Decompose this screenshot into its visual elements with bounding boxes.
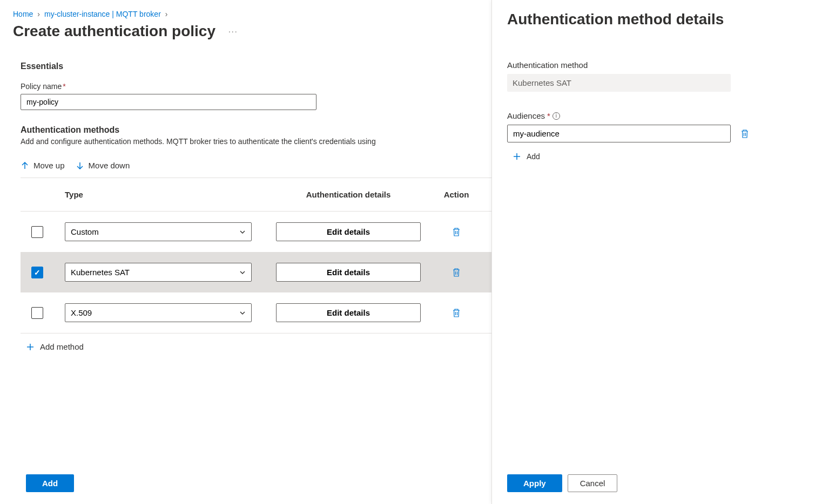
table-row: Kubernetes SAT Edit details [21, 252, 491, 292]
add-audience-button[interactable]: Add [513, 152, 807, 161]
required-indicator: * [63, 82, 65, 91]
auth-methods-heading: Authentication methods [21, 125, 491, 135]
page-title: Create authentication policy [13, 23, 215, 40]
apply-button[interactable]: Apply [507, 474, 562, 492]
column-header-action: Action [432, 190, 481, 199]
delete-row-button[interactable] [432, 225, 481, 239]
table-row: Custom Edit details [21, 212, 491, 252]
policy-name-input[interactable] [21, 94, 316, 110]
audiences-label: Audiences [507, 111, 545, 120]
more-actions-button[interactable]: ··· [224, 25, 242, 38]
delete-row-button[interactable] [432, 306, 481, 320]
add-method-label: Add method [40, 342, 84, 351]
auth-type-select[interactable]: Kubernetes SAT [65, 263, 252, 282]
arrow-up-icon [21, 161, 29, 170]
auth-method-value: Kubernetes SAT [507, 74, 731, 92]
essentials-heading: Essentials [21, 62, 491, 71]
auth-methods-table: Type Authentication details Action Custo… [21, 178, 491, 333]
add-method-button[interactable]: Add method [21, 333, 491, 351]
move-down-label: Move down [89, 161, 130, 170]
table-row: X.509 Edit details [21, 292, 491, 333]
audience-input[interactable] [507, 125, 731, 142]
move-up-button[interactable]: Move up [21, 161, 65, 170]
arrow-down-icon [76, 161, 84, 170]
delete-row-button[interactable] [432, 265, 481, 280]
auth-methods-description: Add and configure authentication methods… [21, 137, 491, 146]
plus-icon [26, 343, 35, 351]
plus-icon [513, 152, 521, 161]
trash-icon [452, 308, 461, 318]
trash-icon [452, 227, 461, 237]
auth-method-label: Authentication method [507, 60, 807, 70]
auth-type-select[interactable]: X.509 [65, 303, 252, 322]
chevron-right-icon: › [165, 10, 168, 18]
trash-icon [740, 129, 749, 139]
chevron-right-icon: › [37, 10, 40, 18]
column-header-type: Type [65, 190, 265, 199]
details-panel: Authentication method details Authentica… [491, 0, 822, 504]
main-footer: Add [13, 466, 491, 504]
table-header: Type Authentication details Action [21, 178, 491, 212]
main-content: Home › my-cluster-instance | MQTT broker… [0, 0, 491, 504]
panel-title: Authentication method details [507, 11, 807, 28]
policy-name-field: Policy name * [21, 82, 491, 110]
breadcrumb-current[interactable]: my-cluster-instance | MQTT broker [44, 10, 161, 18]
edit-details-button[interactable]: Edit details [276, 303, 421, 322]
add-button[interactable]: Add [26, 474, 74, 492]
required-indicator: * [547, 111, 550, 120]
edit-details-button[interactable]: Edit details [276, 263, 421, 282]
column-header-details: Authentication details [265, 190, 432, 199]
trash-icon [452, 268, 461, 277]
policy-name-label: Policy name [21, 82, 62, 91]
breadcrumb-home[interactable]: Home [13, 10, 33, 18]
row-checkbox[interactable] [31, 307, 43, 319]
add-audience-label: Add [527, 152, 540, 161]
edit-details-button[interactable]: Edit details [276, 222, 421, 241]
breadcrumb: Home › my-cluster-instance | MQTT broker… [13, 10, 491, 18]
delete-audience-button[interactable] [738, 127, 751, 141]
move-down-button[interactable]: Move down [76, 161, 130, 170]
auth-type-select[interactable]: Custom [65, 222, 252, 241]
row-checkbox[interactable] [31, 267, 43, 278]
move-up-label: Move up [33, 161, 65, 170]
row-checkbox[interactable] [31, 226, 43, 238]
methods-toolbar: Move up Move down [21, 156, 491, 178]
info-icon[interactable]: i [553, 112, 560, 120]
cancel-button[interactable]: Cancel [568, 474, 618, 492]
panel-footer: Apply Cancel [507, 474, 807, 492]
